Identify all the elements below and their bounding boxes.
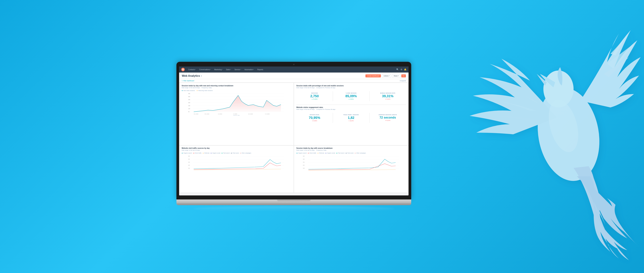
legend-src-organic: Organic search (296, 152, 307, 154)
session-line-chart: 350 300 250 200 150 100 50 (182, 92, 291, 116)
svg-text:200: 200 (303, 165, 305, 166)
session-breakdown-title: Session totals by day with new and retur… (182, 85, 291, 87)
header-actions: Create dashboard Actions ▾ Share ▾ Hs (366, 74, 406, 78)
svg-text:150: 150 (188, 168, 190, 169)
svg-text:250: 250 (188, 99, 190, 100)
camera-dot (293, 64, 294, 65)
legend-organic: Organic search (182, 152, 192, 154)
svg-text:7-2-2020: 7-2-2020 (233, 114, 237, 115)
svg-text:300: 300 (188, 96, 190, 97)
bell-icon[interactable]: 🔔 (404, 68, 406, 71)
session-breakdown-card: Session totals by day with new and retur… (179, 83, 294, 145)
source-breakdown-card: Session totals by day with source breakd… (294, 145, 408, 193)
traffic-sources-chart: 350 300 250 200 150 (182, 154, 291, 171)
top-nav: Contacts ▾ Conversations ▾ Marketing ▾ S… (179, 67, 408, 73)
legend-new-visitors: New visitor sessions (182, 90, 195, 91)
nav-sales[interactable]: Sales ▾ (224, 68, 232, 71)
svg-text:350: 350 (188, 156, 190, 157)
dashboard-area: Web Analytics ▾ Create dashboard Actions… (179, 73, 408, 195)
svg-point-8 (182, 69, 183, 70)
filter-bar: ≡ Filter dashboard Assigned (179, 79, 408, 83)
hubspot-logo (181, 68, 185, 71)
nav-icons: 🔍 ⚙ 🔔 (396, 68, 406, 71)
svg-text:250: 250 (303, 162, 305, 163)
svg-text:26-1-2020: 26-1-2020 (204, 114, 209, 115)
svg-point-5 (183, 70, 183, 71)
legend-other: Other campaigns (240, 152, 251, 154)
screen-inner: Contacts ▾ Conversations ▾ Marketing ▾ S… (179, 67, 408, 195)
dashboard-header: Web Analytics ▾ Create dashboard Actions… (179, 73, 408, 79)
title-chevron[interactable]: ▾ (201, 75, 202, 77)
svg-text:50: 50 (188, 111, 190, 112)
laptop-container: Contacts ▾ Conversations ▾ Marketing ▾ S… (176, 62, 411, 211)
assigned-label: Assigned (400, 80, 406, 82)
legend-direct: Direct traffic (193, 152, 202, 154)
svg-text:Session date: Session date (233, 115, 240, 116)
svg-text:200: 200 (188, 165, 190, 166)
sessions-stat: SESSIONS 2,750 72,09% (296, 91, 333, 101)
svg-text:300: 300 (188, 159, 190, 160)
share-button[interactable]: Share ▾ (392, 74, 400, 78)
nav-conversations[interactable]: Conversations ▾ (198, 68, 212, 71)
nav-automation[interactable]: Automation ▾ (243, 68, 256, 71)
engagement-title: Website visitor engagement rates (296, 106, 406, 108)
svg-text:350: 350 (303, 156, 305, 157)
actions-button[interactable]: Actions ▾ (382, 74, 391, 78)
laptop-hinge (277, 199, 310, 201)
page-views-stat: PAGE VIEWS / SESSION 1,82 18,9% (333, 113, 370, 123)
legend-referrals: Referrals (202, 152, 210, 154)
legend-src-paid-social: Paid social (346, 152, 353, 154)
svg-text:10-2-2020: 10-2-2020 (248, 114, 253, 115)
svg-text:350: 350 (188, 93, 190, 94)
laptop-bottom (176, 203, 411, 205)
traffic-sources-subtitle: Date range: In the last 30 days (182, 149, 291, 151)
svg-point-4 (183, 69, 183, 69)
mobile-rate-stat: MOBILE SESSION RATE 39,31% 5,31% (370, 91, 406, 101)
create-dashboard-button[interactable]: Create dashboard (366, 74, 381, 77)
legend-src-paid: Paid search (336, 152, 345, 154)
new-session-change: 3,56% (334, 98, 368, 100)
svg-text:250: 250 (188, 162, 190, 163)
laptop-lid: Contacts ▾ Conversations ▾ Marketing ▾ S… (176, 62, 411, 199)
session-breakdown-subtitle: Date range: In the last 30 days Frequenc… (182, 87, 291, 89)
session-percentage-card: Session totals with percentage of new an… (294, 83, 408, 145)
bounce-rate-change: 9,56% (297, 120, 332, 122)
nav-service[interactable]: Service ▾ (233, 68, 242, 71)
mobile-rate-change: 5,31% (370, 98, 405, 100)
hs-button[interactable]: Hs (401, 74, 406, 77)
legend-paid-search: Paid search (221, 152, 230, 154)
session-percentage-title: Session totals with percentage of new an… (296, 85, 406, 87)
source-legend: Organic search Direct traffic Referrals (296, 152, 406, 154)
engagement-subtitle: Date range: In the last 30 days Compared… (296, 109, 406, 110)
filter-dashboard-link[interactable]: ≡ Filter dashboard (182, 80, 194, 82)
svg-text:150: 150 (188, 105, 190, 106)
session-breakdown-legend: New visitor sessions Returning visitor s… (182, 90, 291, 91)
dashboard-grid: Session totals by day with new and retur… (179, 83, 408, 193)
dashboard-title: Web Analytics ▾ (182, 74, 202, 77)
new-session-stat: % NEW SESSION 85,09% 3,56% (333, 91, 370, 101)
session-length-stat: AVERAGE SESSION LENGTH 72 seconds 6,21% (370, 113, 406, 123)
nav-marketing[interactable]: Marketing ▾ (213, 68, 224, 71)
svg-text:150: 150 (303, 168, 305, 169)
nav-contacts[interactable]: Contacts ▾ (187, 68, 197, 71)
search-icon[interactable]: 🔍 (396, 68, 399, 71)
svg-point-6 (182, 69, 183, 70)
settings-icon[interactable]: ⚙ (400, 68, 402, 71)
session-stats-row: SESSIONS 2,750 72,09% % NEW SESSION 85,0… (296, 90, 406, 103)
legend-organic-social: Organic social (210, 152, 220, 154)
traffic-legend: Organic search Direct traffic Referrals (182, 152, 291, 154)
svg-text:200: 200 (188, 102, 190, 103)
laptop-base (176, 199, 411, 203)
svg-point-7 (184, 69, 184, 70)
svg-text:19-1-2020: 19-1-2020 (194, 114, 198, 115)
sessions-change: 72,09% (297, 98, 332, 100)
traffic-sources-card: Website visit traffic sources by day Dat… (179, 145, 294, 193)
nav-reports[interactable]: Reports (256, 68, 264, 71)
svg-text:300: 300 (303, 159, 305, 160)
session-percentage-subtitle: Date range: In the last 30 days Compared… (296, 87, 406, 89)
svg-text:17-2-2020: 17-2-2020 (265, 114, 270, 115)
legend-paid-social: Paid social (231, 152, 239, 154)
legend-src-referrals: Referrals (317, 152, 324, 154)
laptop-reflection (193, 206, 394, 211)
source-breakdown-chart: 350 300 250 200 150 (296, 154, 406, 171)
